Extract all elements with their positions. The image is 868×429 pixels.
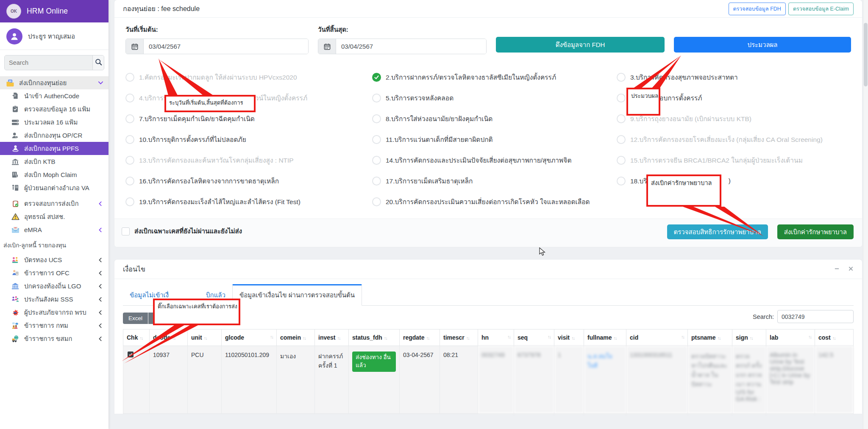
radio-icon[interactable]	[372, 135, 381, 144]
radio-icon[interactable]	[125, 135, 134, 144]
radio-icon[interactable]	[617, 73, 626, 82]
end-date-input[interactable]	[336, 39, 486, 54]
radio-icon[interactable]	[617, 94, 626, 102]
check-eclaim-button[interactable]: ตรวจสอบข้อมูล E-Claim	[788, 3, 854, 15]
radio-icon[interactable]	[617, 177, 626, 185]
minimize-icon[interactable]	[834, 266, 840, 273]
sidebar-item-authencode[interactable]: นำเข้า AuthenCode	[0, 89, 108, 102]
radio-icon[interactable]	[372, 94, 381, 102]
service-option-19[interactable]: 19.บริการคัดกรองมะเร็งลำไส้ใหญ่และลำไส้ต…	[125, 196, 372, 208]
sidebar-item-ppfs[interactable]: ส่งเบิกกองทุน PPFS	[0, 142, 108, 155]
sort-icon[interactable]	[172, 335, 175, 340]
col-seq[interactable]: seq	[514, 329, 554, 346]
radio-icon[interactable]	[125, 94, 134, 102]
sort-icon[interactable]	[337, 335, 340, 340]
col-invest[interactable]: invest	[315, 329, 349, 346]
scrollbar-thumb[interactable]	[864, 23, 868, 86]
sort-icon[interactable]	[571, 335, 574, 340]
col-regdate[interactable]: regdate	[400, 329, 440, 346]
col-lab[interactable]: lab	[766, 329, 815, 346]
close-icon[interactable]	[848, 266, 854, 273]
radio-icon[interactable]	[372, 177, 381, 185]
sidebar-item-sss[interactable]: ประกันสังคม SSS	[0, 293, 108, 306]
col-fullname[interactable]: fullname	[584, 329, 626, 346]
fetch-fdh-button[interactable]: ดึงข้อมูลจาก FDH	[496, 37, 665, 53]
service-option-20[interactable]: 20.บริการคัดกรองประเมินความเสี่ยงต่อการเ…	[372, 196, 617, 208]
sidebar-item-appeal[interactable]: อุทธรณ์ สปสช.	[0, 210, 108, 223]
check-fdh-button[interactable]: ตรวจสอบข้อมูล FDH	[729, 3, 786, 15]
service-option-16[interactable]: 16.บริการคัดกรองโลหิตจางจากการขาดธาตุเหล…	[125, 175, 372, 187]
cell-fullname[interactable]: น.ส.สมใจ ใจดี	[584, 346, 626, 414]
submit-claim-button[interactable]: ส่งเบิกค่ารักษาพยาบาล	[777, 224, 854, 239]
sort-icon[interactable]	[270, 334, 273, 339]
radio-icon[interactable]	[617, 114, 626, 123]
excel-button[interactable]: Excel	[123, 313, 148, 324]
col-comein[interactable]: comein	[277, 329, 315, 346]
sidebar-item-ofc[interactable]: ข้าราชการ OFC	[0, 266, 108, 280]
col-cid[interactable]: cid	[626, 329, 688, 346]
radio-icon[interactable]	[125, 156, 134, 165]
sort-icon[interactable]	[832, 335, 835, 340]
col-hn[interactable]: hn	[478, 329, 514, 346]
service-option-7[interactable]: 7.บริการยาเม็ดคุมกำเนิด/ยาฉีดคุมกำเนิด	[125, 113, 372, 125]
sort-icon[interactable]	[681, 334, 684, 339]
sort-icon[interactable]	[466, 335, 469, 340]
sidebar-item-process-16[interactable]: ประมวลผล 16 แฟ้ม	[0, 116, 108, 129]
sort-icon[interactable]	[507, 334, 510, 339]
radio-checked-icon[interactable]	[372, 73, 381, 82]
radio-icon[interactable]	[372, 197, 381, 206]
col-status-fdh[interactable]: status_fdh	[349, 329, 400, 346]
sidebar-item-ktb[interactable]: ส่งเบิก KTB	[0, 155, 108, 168]
col-cost[interactable]: cost	[815, 329, 854, 346]
sort-icon[interactable]	[718, 335, 721, 340]
sidebar-item-check-submission[interactable]: ตรวจสอบการส่งเบิก	[0, 197, 108, 210]
service-option-3[interactable]: 3.บริการคัดกรองสุขภาพจอประสาทตา	[617, 71, 851, 83]
radio-icon[interactable]	[125, 177, 134, 185]
service-option-15[interactable]: 15.บริการตรวจยีน BRCA1/BRCA2 ในกลุ่มผู้ป…	[617, 154, 851, 166]
service-option-17[interactable]: 17.บริการยาเม็ดเสริมธาตุเหล็ก	[372, 175, 617, 187]
col-visit[interactable]: visit	[554, 329, 584, 346]
sort-icon[interactable]	[808, 334, 811, 339]
col-dcode[interactable]: dcode	[150, 329, 188, 346]
start-date-input[interactable]	[144, 39, 308, 54]
sidebar-item-opcr[interactable]: ส่งเบิกกองทุน OP/CR	[0, 129, 108, 142]
sidebar-item-traffic-victim[interactable]: ผู้ประสบภัยจากรถ พรบ	[0, 306, 108, 319]
radio-icon[interactable]	[372, 156, 381, 165]
sort-icon[interactable]	[303, 335, 306, 340]
process-button[interactable]: ประมวลผล	[674, 37, 851, 53]
radio-icon[interactable]	[617, 156, 626, 165]
service-option-10[interactable]: 10.บริการยุติการตั้งครรภ์ที่ไม่ปลอดภัย	[125, 133, 372, 145]
radio-icon[interactable]	[617, 135, 626, 144]
service-option-12[interactable]: 12.บริการคัดกรองรอยโรคเสี่ยงมะเร็ง (กลุ่…	[617, 133, 851, 145]
sidebar-item-moph-claim[interactable]: ส่งเบิก Moph Claim	[0, 168, 108, 181]
service-option-11[interactable]: 11.บริการแว่นตาเด็กที่มีสายตาผิดปกติ	[372, 133, 617, 145]
col-sign[interactable]: sign	[732, 329, 766, 346]
radio-icon[interactable]	[372, 114, 381, 123]
search-button[interactable]	[92, 55, 104, 70]
radio-icon[interactable]	[125, 73, 134, 82]
radio-icon[interactable]	[125, 197, 134, 206]
col-chk[interactable]: Chk	[123, 329, 150, 346]
sort-icon[interactable]	[426, 335, 429, 340]
sidebar-item-bmta[interactable]: ข้าราชการ ขสมก	[0, 332, 108, 345]
sidebar-item-emra[interactable]: eMRA	[0, 223, 108, 236]
sidebar-item-ucs[interactable]: บัตรทอง UCS	[0, 253, 108, 266]
sidebar-item-va[interactable]: ผู้ป่วยนอกต่างอำเภอ VA	[0, 181, 108, 194]
search-input[interactable]	[5, 55, 92, 70]
service-option-13[interactable]: 13.บริการคัดกรองและค้นหาวัณโรคกลุ่มเสี่ย…	[125, 154, 372, 166]
service-option-14[interactable]: 14.บริการคัดกรองและประเมินปัจจัยเสี่ยงต่…	[372, 154, 617, 166]
sidebar-item-lgo[interactable]: ปกครองท้องถิ่น LGO	[0, 280, 108, 293]
radio-icon[interactable]	[125, 114, 134, 123]
service-option-2[interactable]: 2.บริการฝากครรภ์/ตรวจโลหิตจางธาลัสซีเมีย…	[372, 71, 617, 83]
col-timescr[interactable]: timescr	[440, 329, 478, 346]
sort-icon[interactable]	[384, 335, 387, 340]
sidebar-item-bkk[interactable]: ข้าราชการ กทม	[0, 319, 108, 332]
col-ptsname[interactable]: ptsname	[688, 329, 732, 346]
sort-icon[interactable]	[139, 335, 142, 340]
sidebar-item-sub-fund[interactable]: ส่งเบิกกองทุนย่อย	[0, 76, 108, 89]
table-search-input[interactable]	[777, 310, 854, 323]
tab-matching-passed[interactable]: ข้อมูลเข้าเงื่อนไข ผ่านการตรวจสอบขั้นต้น	[232, 284, 362, 306]
sort-icon[interactable]	[614, 335, 617, 340]
sort-icon[interactable]	[750, 335, 753, 340]
sidebar-item-check-16[interactable]: ตรวจสอบข้อมูล 16 แฟ้ม	[0, 102, 108, 116]
